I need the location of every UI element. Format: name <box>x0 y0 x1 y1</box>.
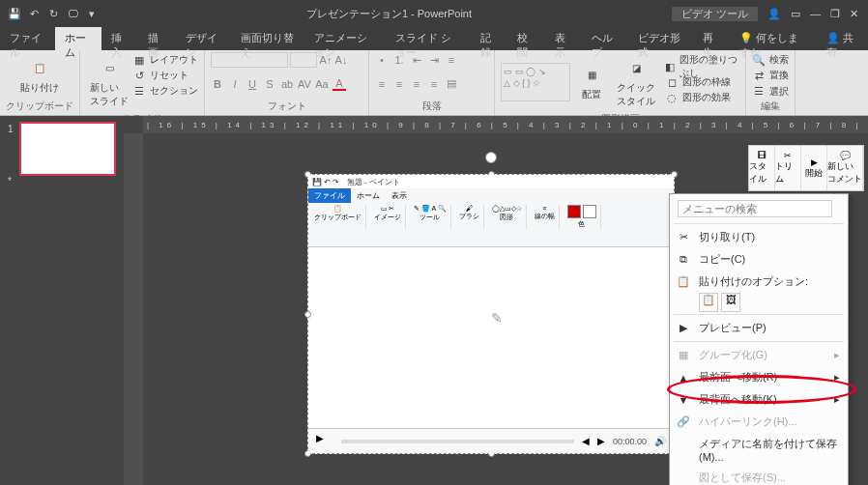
tab-design[interactable]: デザイン <box>176 27 231 50</box>
underline-icon[interactable]: U <box>246 77 259 91</box>
shadow-icon[interactable]: ab <box>280 77 294 91</box>
media-progress-bar[interactable] <box>341 440 574 443</box>
menu-search-input[interactable] <box>678 200 832 217</box>
qat-start-from-beginning[interactable]: 🖵 <box>66 8 79 20</box>
close-icon[interactable]: ✕ <box>850 8 858 20</box>
font-color-icon[interactable]: A <box>333 77 346 91</box>
tab-home[interactable]: ホーム <box>55 27 101 50</box>
media-prev-button[interactable]: ◀ <box>582 436 590 446</box>
qat-redo[interactable]: ↻ <box>46 8 60 20</box>
align-right-icon[interactable]: ≡ <box>410 77 423 91</box>
share-button[interactable]: 👤 共有 <box>817 27 868 50</box>
tab-record[interactable]: 記録 <box>471 27 508 50</box>
tab-insert[interactable]: 挿入 <box>101 27 139 50</box>
numbering-icon[interactable]: 1. <box>392 53 406 67</box>
tab-playback[interactable]: 再生 <box>693 27 731 50</box>
paint-select-icon[interactable]: ▭ ✂ <box>374 205 401 213</box>
video-trim-label: トリム <box>775 160 800 185</box>
bold-icon[interactable]: B <box>211 77 224 91</box>
qat-save[interactable]: 💾 <box>8 8 21 20</box>
shapes-gallery[interactable]: ▭ ▭ ◯ ↘△ ◇ { } ☆ <box>501 63 570 101</box>
paste-button[interactable]: 📋 貼り付け <box>6 52 73 99</box>
columns-icon[interactable]: ▤ <box>445 77 458 91</box>
tab-view[interactable]: 表示 <box>545 27 583 50</box>
paint-tab-view[interactable]: 表示 <box>386 188 413 203</box>
paint-qat-undo-icon[interactable]: ↶ <box>324 178 331 186</box>
media-play-button[interactable]: ▶ <box>316 433 333 450</box>
new-slide-button[interactable]: ▭ 新しい スライド <box>86 52 132 112</box>
minimize-icon[interactable]: — <box>810 8 821 20</box>
menu-save-media[interactable]: メディアに名前を付けて保存(M)... <box>670 433 848 467</box>
qat-more[interactable]: ▾ <box>85 8 99 20</box>
find-button[interactable]: 検索 <box>769 53 789 67</box>
paint-tools-icon[interactable]: ✎ 🪣 A 🔍 <box>414 205 447 213</box>
replace-button[interactable]: 置換 <box>769 69 789 82</box>
arrange-button[interactable]: ▦配置 <box>576 59 607 105</box>
line-spacing-icon[interactable]: ≡ <box>445 53 458 67</box>
video-style-button[interactable]: 🎞スタイル <box>749 146 775 190</box>
shape-outline-button[interactable]: 図形の枠線 <box>682 75 731 89</box>
select-button[interactable]: 選択 <box>769 85 789 99</box>
group-clipboard: クリップボード <box>6 100 73 113</box>
tell-me[interactable]: 💡 何をしますか <box>730 27 817 50</box>
restore-icon[interactable]: ❐ <box>830 8 840 20</box>
menu-cut[interactable]: ✂切り取り(T) <box>670 226 848 248</box>
media-volume-button[interactable]: 🔊 <box>654 436 666 446</box>
reset-button[interactable]: リセット <box>150 69 188 82</box>
tab-transitions[interactable]: 画面切り替え <box>231 27 304 50</box>
paint-qat-save-icon[interactable]: 💾 <box>312 178 322 186</box>
justify-icon[interactable]: ≡ <box>427 77 441 91</box>
section-button[interactable]: セクション <box>150 84 198 98</box>
paint-shapes-icon[interactable]: ◯△▭◇☆ <box>492 205 522 213</box>
align-center-icon[interactable]: ≡ <box>392 77 406 91</box>
layout-button[interactable]: レイアウト <box>150 53 198 67</box>
menu-copy[interactable]: ⧉コピー(C) <box>670 248 848 271</box>
account-icon[interactable]: 👤 <box>767 8 781 20</box>
font-size-box[interactable] <box>290 52 317 68</box>
menu-bring-front[interactable]: ▲最前面へ移動(R)▸ <box>670 366 848 388</box>
shape-effects-button[interactable]: 図形の効果 <box>682 91 731 104</box>
menu-preview[interactable]: ▶プレビュー(P) <box>670 317 848 339</box>
paint-color2-icon[interactable] <box>583 205 596 218</box>
qat-undo[interactable]: ↶ <box>27 8 41 20</box>
new-comment-label: 新しい コメント <box>827 160 862 185</box>
paint-paste-icon[interactable]: 📋 <box>314 205 362 213</box>
video-object-selected[interactable]: 💾 ↶ ↷ 無題 - ペイント ファイル ホーム 表示 📋クリップボード ▭ ✂… <box>307 174 675 454</box>
paint-tab-home[interactable]: ホーム <box>351 188 386 203</box>
media-next-button[interactable]: ▶ <box>597 436 605 446</box>
paint-tab-file[interactable]: ファイル <box>308 188 351 203</box>
rotate-handle[interactable] <box>485 152 497 163</box>
tab-draw[interactable]: 描画 <box>138 27 176 50</box>
case-icon[interactable]: Aa <box>315 77 329 91</box>
paste-option-keep-icon[interactable]: 📋 <box>699 293 718 312</box>
paint-brush-icon[interactable]: 🖌 <box>459 205 479 212</box>
paint-color1-icon[interactable] <box>567 205 581 218</box>
paint-qat-redo-icon[interactable]: ↷ <box>333 178 339 186</box>
menu-send-back[interactable]: ▼最背面へ移動(K)▸ <box>670 388 848 411</box>
bullets-icon[interactable]: • <box>375 53 389 67</box>
tab-review[interactable]: 校閲 <box>507 27 545 50</box>
tab-animations[interactable]: アニメーション <box>304 27 387 50</box>
indent-dec-icon[interactable]: ⇤ <box>410 53 423 67</box>
video-start-button[interactable]: ▶開始 <box>801 146 827 190</box>
tab-file[interactable]: ファイル <box>0 27 55 50</box>
decrease-font-icon[interactable]: A↓ <box>334 53 348 67</box>
tab-video-format[interactable]: ビデオ形式 <box>628 27 692 50</box>
italic-icon[interactable]: I <box>228 77 242 91</box>
align-left-icon[interactable]: ≡ <box>375 77 389 91</box>
font-box[interactable] <box>211 52 288 68</box>
increase-font-icon[interactable]: A↑ <box>319 53 333 67</box>
quick-style-button[interactable]: ◪クイック スタイル <box>613 52 659 112</box>
new-slide-label: 新しい スライド <box>90 81 129 108</box>
spacing-icon[interactable]: AV <box>298 77 311 91</box>
ribbon-display-options-icon[interactable]: ▭ <box>791 8 800 20</box>
tab-help[interactable]: ヘルプ <box>582 27 628 50</box>
tab-slideshow[interactable]: スライド ショー <box>386 27 470 50</box>
paste-option-picture-icon[interactable]: 🖼 <box>721 293 740 312</box>
video-trim-button[interactable]: ✂トリム <box>775 146 801 190</box>
paint-line-width-icon[interactable]: ≡ <box>535 205 555 212</box>
slide-thumbnail-1[interactable] <box>19 122 116 176</box>
new-comment-button[interactable]: 💬新しい コメント <box>827 146 863 190</box>
strike-icon[interactable]: S <box>263 77 276 91</box>
indent-inc-icon[interactable]: ⇥ <box>427 53 441 67</box>
